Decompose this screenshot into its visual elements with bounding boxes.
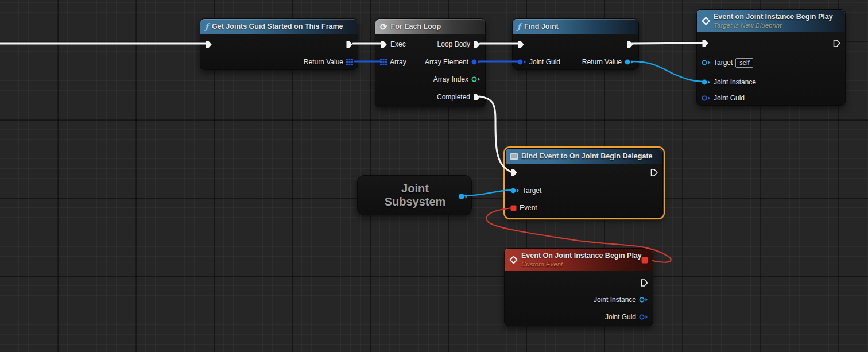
exec-in-pin[interactable] [517, 38, 525, 50]
pin-label: Return Value [304, 58, 343, 66]
node-header[interactable]: ƒ Get Joints Guid Started on This Frame [200, 19, 358, 34]
exec-in-pin[interactable] [702, 37, 709, 49]
wire-returnvalue-to-jointinstance [632, 61, 703, 82]
node-title: Event On Joint Instance Begin Play [521, 252, 642, 261]
exec-in-pin[interactable]: Exec [380, 38, 406, 50]
function-icon: ƒ [205, 22, 208, 30]
node-header[interactable]: Bind Event to On Joint Begin Delegate [506, 149, 662, 164]
node-title: Joint Subsystem [378, 182, 452, 208]
exec-out-pin[interactable] [626, 38, 634, 50]
node-event-on-joint-instance-begin-play-custom[interactable]: Event On Joint Instance Begin Play Custo… [504, 248, 653, 326]
pin-label: Array Element [425, 58, 468, 66]
node-header[interactable]: ⟳ For Each Loop [375, 19, 485, 34]
target-pin[interactable]: Target [510, 185, 541, 196]
exec-out-pin[interactable] [641, 277, 648, 288]
node-joint-subsystem[interactable]: Joint Subsystem [357, 175, 472, 215]
exec-out-pin[interactable] [650, 167, 658, 178]
object-pin-icon [510, 187, 520, 194]
object-pin-icon [459, 193, 468, 200]
function-icon: ƒ [517, 22, 521, 30]
node-get-joints-guid-started-on-this-frame[interactable]: ƒ Get Joints Guid Started on This Frame … [200, 18, 358, 70]
node-header[interactable]: Event On Joint Instance Begin Play Custo… [505, 249, 653, 271]
event-delegate-pin[interactable]: Event [510, 202, 537, 214]
exec-in-pin[interactable] [510, 167, 518, 178]
struct-pin-icon [517, 59, 526, 65]
node-title: Get Joints Guid Started on This Frame [212, 22, 343, 30]
joint-guid-out-pin[interactable]: Joint Guid [605, 311, 648, 323]
node-bind-event-to-on-joint-begin-delegate[interactable]: Bind Event to On Joint Begin Delegate Ta… [505, 148, 663, 218]
array-pin-icon [380, 59, 387, 65]
node-title: Find Joint [524, 22, 559, 30]
pin-label: Joint Instance [714, 78, 756, 86]
exec-pin-icon [473, 94, 480, 101]
target-default-value[interactable]: self [735, 58, 753, 68]
exec-pin-icon [517, 41, 525, 48]
pin-label: Target [714, 59, 733, 67]
node-event-on-joint-instance-begin-play-call[interactable]: Event on Joint Instance Begin Play Targe… [696, 9, 846, 106]
exec-pin-icon [833, 40, 840, 47]
object-pin-icon [639, 296, 648, 303]
exec-out-pin[interactable] [346, 38, 353, 50]
pin-label: Joint Guid [714, 94, 745, 102]
joint-guid-in-pin[interactable]: Joint Guid [517, 56, 560, 68]
struct-pin-icon [639, 314, 648, 320]
object-pin-icon [702, 59, 711, 66]
joint-guid-pin[interactable]: Joint Guid [702, 92, 745, 104]
exec-pin-icon [380, 41, 388, 48]
exec-in-pin[interactable] [205, 38, 212, 50]
object-pin-icon [702, 79, 711, 86]
subsystem-return-pin[interactable] [459, 193, 468, 200]
exec-pin-icon [626, 41, 634, 48]
pin-label: Array [390, 58, 406, 66]
loop-body-pin[interactable]: Loop Body [437, 38, 480, 50]
struct-pin-icon [702, 95, 711, 102]
exec-pin-icon [346, 41, 353, 48]
pin-label: Exec [390, 40, 406, 48]
target-pin[interactable]: Target self [702, 57, 753, 68]
exec-pin-icon [510, 169, 518, 176]
pin-label: Target [522, 187, 541, 195]
node-subtitle: Custom Event [521, 260, 642, 268]
return-value-pin[interactable]: Return Value [304, 56, 353, 68]
exec-pin-icon [473, 41, 480, 48]
pin-label: Loop Body [437, 40, 470, 48]
loop-icon: ⟳ [380, 22, 388, 31]
return-value-pin[interactable]: Return Value [582, 56, 634, 68]
array-index-pin[interactable]: Array Index [433, 74, 480, 85]
event-diamond-icon [509, 256, 518, 264]
delegate-pin-icon [510, 205, 517, 211]
pin-label: Joint Instance [594, 296, 636, 304]
delegate-pin-icon [641, 257, 648, 264]
array-element-pin[interactable]: Array Element [425, 56, 480, 68]
pin-label: Array Index [433, 75, 468, 83]
exec-pin-icon [650, 169, 658, 176]
pin-label: Completed [437, 93, 470, 101]
node-title: For Each Loop [391, 22, 441, 30]
object-pin-icon [625, 59, 634, 65]
pin-label: Joint Guid [529, 58, 560, 66]
struct-pin-icon [471, 59, 480, 65]
node-header[interactable]: ƒ Find Joint [513, 19, 638, 34]
exec-pin-icon [205, 41, 212, 48]
blueprint-canvas[interactable]: ƒ Get Joints Guid Started on This Frame … [0, 0, 868, 352]
exec-pin-icon [641, 279, 648, 287]
array-in-pin[interactable]: Array [380, 56, 406, 68]
node-for-each-loop[interactable]: ⟳ For Each Loop Exec Array Loop Body Arr… [375, 18, 486, 107]
bind-delegate-icon [510, 153, 518, 160]
node-header[interactable]: Event on Joint Instance Begin Play Targe… [697, 10, 845, 32]
completed-pin[interactable]: Completed [437, 91, 480, 103]
pin-label: Event [520, 204, 537, 212]
pin-label: Joint Guid [605, 313, 636, 321]
node-title: Bind Event to On Joint Begin Delegate [521, 152, 653, 160]
node-subtitle: Target is New Blueprint [714, 21, 833, 29]
exec-pin-icon [702, 40, 709, 47]
pin-label: Return Value [582, 58, 622, 66]
joint-instance-pin[interactable]: Joint Instance [702, 76, 756, 88]
array-pin-icon [346, 59, 353, 65]
node-find-joint[interactable]: ƒ Find Joint Joint Guid Return Value [512, 18, 639, 70]
wire-exec-findjoint-to-event [632, 43, 703, 44]
joint-instance-out-pin[interactable]: Joint Instance [594, 294, 648, 305]
delegate-out-pin[interactable] [641, 257, 648, 264]
exec-out-pin[interactable] [833, 37, 840, 49]
int-pin-icon [471, 76, 480, 83]
